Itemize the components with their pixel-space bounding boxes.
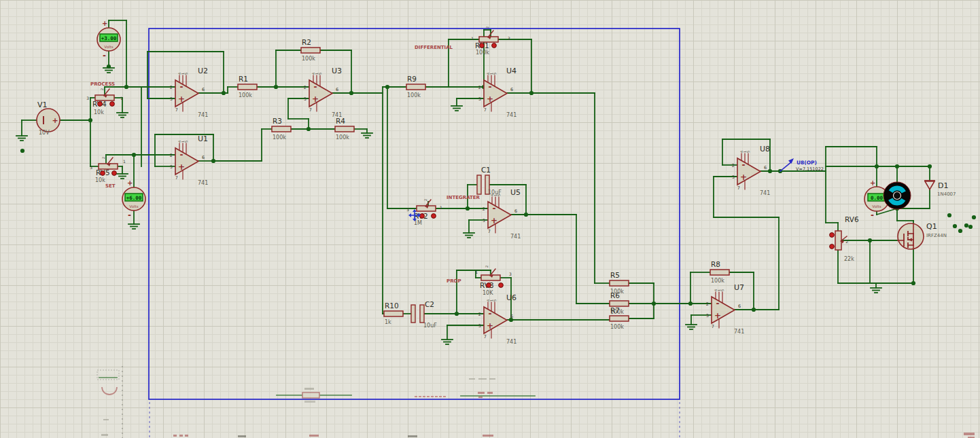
resistor-R3[interactable]: R3100k (272, 117, 291, 141)
svg-text:+6.00: +6.00 (126, 195, 142, 201)
ground-symbol[interactable] (362, 133, 372, 138)
mosfet-Q1[interactable]: Q1IRFZ44N (898, 222, 947, 249)
pot-adjust-dot[interactable] (420, 214, 425, 219)
svg-text:V=7.151022: V=7.151022 (796, 166, 824, 172)
potentiometer-RV2[interactable]: RV21M312 (406, 199, 442, 226)
svg-text:1: 1 (475, 270, 478, 274)
pot-adjust-dot[interactable] (492, 43, 497, 48)
svg-text:0.00: 0.00 (871, 195, 883, 201)
ground-symbol[interactable] (128, 224, 139, 229)
svg-text:3: 3 (509, 272, 512, 276)
opamp-U7[interactable]: -+4157236U7741 (706, 283, 744, 335)
svg-text:10uF: 10uF (488, 189, 502, 196)
svg-text:IRFZ44N: IRFZ44N (926, 233, 947, 238)
resistor-R2[interactable]: R2100k (301, 38, 320, 62)
svg-text:Q1: Q1 (926, 222, 937, 231)
pot-adjust-dot[interactable] (480, 43, 485, 48)
net-label-differential[interactable]: DIFFERENTIAL (415, 45, 453, 50)
svg-text:3: 3 (732, 175, 735, 180)
svg-text:100k: 100k (711, 278, 724, 284)
svg-text:+: + (714, 311, 721, 321)
resistor-R1[interactable]: R1100k (238, 75, 257, 98)
capacitor-C1[interactable]: C110uF (477, 166, 502, 196)
ground-symbol[interactable] (871, 288, 881, 293)
ground-symbol[interactable] (117, 174, 128, 179)
svg-text:2: 2 (485, 266, 489, 268)
opamp-U2[interactable]: -+4157236U2741 (170, 67, 208, 118)
svg-text:10k: 10k (94, 109, 104, 115)
svg-text:1k: 1k (385, 319, 391, 325)
pot-adjust-dot[interactable] (830, 233, 835, 238)
svg-text:5: 5 (184, 141, 188, 143)
svg-text:R2: R2 (302, 38, 311, 46)
svg-text:3: 3 (478, 96, 481, 102)
svg-text:2: 2 (845, 239, 848, 244)
potentiometer-RV5[interactable]: RV510k312 (90, 157, 126, 183)
svg-text:U4: U4 (506, 67, 517, 75)
schematic-canvas[interactable]: -+4157236U2741-+4157236U1741-+4157236U37… (0, 0, 980, 438)
pot-adjust-dot[interactable] (98, 102, 103, 107)
capacitor-C2[interactable]: C210uF (411, 300, 437, 329)
svg-text:R4: R4 (336, 117, 345, 125)
net-label-integrater[interactable]: INTEGRATER (447, 195, 480, 200)
svg-text:RV6: RV6 (845, 215, 859, 223)
opamp-U5[interactable]: -+4157236U5741 (483, 188, 521, 240)
opamp-U8[interactable]: -+4157236U8741 (732, 145, 770, 196)
dc-motor[interactable] (883, 182, 911, 209)
svg-text:-: - (103, 51, 106, 60)
ground-symbol[interactable] (686, 325, 697, 329)
svg-text:+3.00: +3.00 (101, 35, 117, 41)
svg-text:741: 741 (506, 339, 517, 345)
svg-text:3: 3 (508, 36, 510, 41)
svg-text:7: 7 (175, 107, 178, 113)
pot-adjust-dot[interactable] (499, 283, 504, 288)
svg-text:+: + (312, 94, 319, 104)
ghost-fragments (97, 366, 975, 438)
wires[interactable] (22, 20, 930, 340)
svg-text:+: + (102, 20, 107, 27)
pot-adjust-dot[interactable] (112, 171, 117, 176)
svg-text:2: 2 (706, 302, 709, 307)
pot-adjust-dot[interactable] (101, 171, 105, 176)
svg-text:5: 5 (493, 73, 497, 75)
svg-text:DIFFERENTIAL: DIFFERENTIAL (415, 45, 453, 50)
pot-adjust-dot[interactable] (432, 214, 436, 219)
ground-symbol[interactable] (442, 340, 453, 344)
svg-text:100k: 100k (336, 134, 349, 141)
svg-text:2: 2 (100, 88, 104, 90)
ground-symbol[interactable] (117, 113, 128, 117)
voltage-probe[interactable]: U8(OP)V=7.151022 (780, 158, 824, 172)
resistor-R4[interactable]: R4100k (335, 117, 354, 141)
svg-text:U2: U2 (198, 67, 208, 75)
pot-adjust-dot[interactable] (110, 102, 115, 107)
resistor-R10[interactable]: R101k (384, 302, 403, 325)
opamp-U1[interactable]: -+4157236U1741 (170, 134, 208, 186)
ground-symbol[interactable] (16, 136, 27, 141)
svg-text:PROP: PROP (447, 278, 461, 284)
ground-symbol[interactable] (451, 106, 462, 111)
dc-source-V1[interactable]: +V110V (37, 101, 60, 136)
net-label-process[interactable]: PROCESS (90, 81, 115, 87)
svg-text:+: + (740, 172, 747, 182)
svg-text:C2: C2 (425, 300, 434, 308)
ground-symbol[interactable] (463, 233, 474, 238)
pot-adjust-dot[interactable] (830, 244, 835, 249)
svg-text:U8(OP): U8(OP) (797, 160, 817, 166)
svg-text:Volts: Volts (104, 45, 113, 49)
svg-text:3: 3 (406, 207, 409, 212)
opamp-U3[interactable]: -+4157236U3741 (304, 67, 342, 118)
resistor-R9[interactable]: R9100k (406, 75, 425, 98)
pot-adjust-dot[interactable] (487, 283, 491, 288)
net-label-set[interactable]: SET (105, 183, 116, 189)
svg-text:6: 6 (202, 87, 205, 92)
svg-text:1: 1 (440, 205, 442, 210)
svg-text:3: 3 (86, 96, 89, 101)
svg-text:R8: R8 (711, 260, 720, 268)
resistor-R7[interactable]: R7100k (610, 306, 629, 330)
resistor-R8[interactable]: R8100k (710, 260, 729, 284)
svg-text:U6: U6 (506, 293, 517, 302)
svg-text:7: 7 (309, 107, 312, 113)
net-label-prop[interactable]: PROP (447, 278, 461, 284)
schematic-svg: -+4157236U2741-+4157236U1741-+4157236U37… (0, 0, 980, 438)
svg-text:R6: R6 (610, 291, 620, 299)
